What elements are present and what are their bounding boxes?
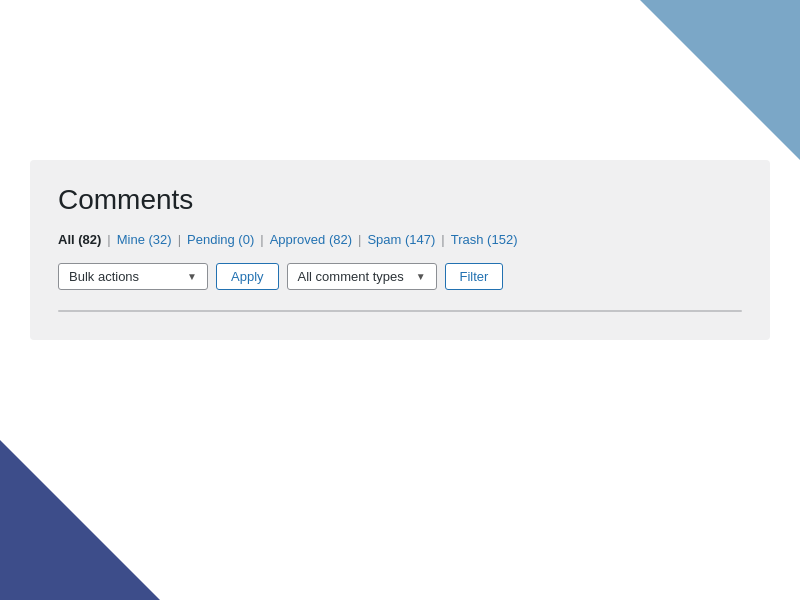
page-title: Comments bbox=[58, 184, 742, 216]
comment-types-wrapper: All comment types ▼ bbox=[287, 263, 437, 290]
sep-2: | bbox=[178, 232, 181, 247]
sep-5: | bbox=[441, 232, 444, 247]
filter-link-trash[interactable]: Trash (152) bbox=[451, 232, 518, 247]
bulk-actions-label: Bulk actions bbox=[69, 269, 139, 284]
bulk-actions-dropdown[interactable]: Bulk actions ▼ bbox=[58, 263, 208, 290]
corner-decoration-bottom-left bbox=[0, 440, 160, 600]
filter-button[interactable]: Filter bbox=[445, 263, 504, 290]
main-panel: Comments All (82) | Mine (32) | Pending … bbox=[30, 160, 770, 340]
comment-types-chevron-icon: ▼ bbox=[416, 271, 426, 282]
apply-button[interactable]: Apply bbox=[216, 263, 279, 290]
sep-4: | bbox=[358, 232, 361, 247]
filter-link-all[interactable]: All (82) bbox=[58, 232, 101, 247]
filter-links-row: All (82) | Mine (32) | Pending (0) | App… bbox=[58, 232, 742, 247]
filter-link-spam[interactable]: Spam (147) bbox=[367, 232, 435, 247]
bulk-actions-wrapper: Bulk actions ▼ bbox=[58, 263, 208, 290]
comment-types-dropdown[interactable]: All comment types ▼ bbox=[287, 263, 437, 290]
bottom-divider bbox=[58, 310, 742, 312]
comment-types-label: All comment types bbox=[298, 269, 404, 284]
corner-decoration-top-right bbox=[640, 0, 800, 160]
filter-link-pending[interactable]: Pending (0) bbox=[187, 232, 254, 247]
filter-link-approved[interactable]: Approved (82) bbox=[270, 232, 352, 247]
filter-link-mine[interactable]: Mine (32) bbox=[117, 232, 172, 247]
bulk-actions-chevron-icon: ▼ bbox=[187, 271, 197, 282]
sep-3: | bbox=[260, 232, 263, 247]
sep-1: | bbox=[107, 232, 110, 247]
controls-row: Bulk actions ▼ Apply All comment types ▼… bbox=[58, 263, 742, 290]
